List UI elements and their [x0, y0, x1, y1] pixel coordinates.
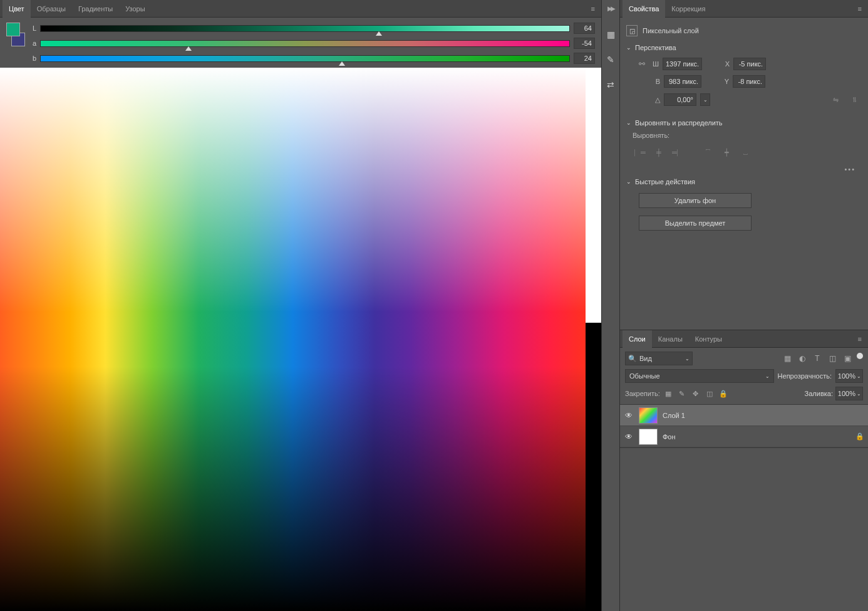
slider-a-track[interactable] [40, 40, 570, 47]
tab-gradients[interactable]: Градиенты [72, 0, 119, 18]
lock-move-icon[interactable]: ✥ [690, 388, 701, 399]
layer-list: 👁 Слой 1 👁 Фон 🔒 [620, 404, 868, 448]
tab-color[interactable]: Цвет [3, 0, 31, 18]
slider-b-value[interactable]: 24 [574, 53, 595, 64]
spectrum-black-chip[interactable] [586, 323, 601, 612]
layer-name[interactable]: Слой 1 [663, 412, 685, 419]
tab-correction[interactable]: Коррекция [665, 0, 711, 18]
x-field[interactable]: -5 пикс. [733, 58, 766, 70]
lock-artboard-icon[interactable]: ◫ [704, 388, 715, 399]
tab-paths[interactable]: Контуры [689, 330, 728, 348]
filter-adjust-icon[interactable]: ◐ [797, 353, 808, 364]
height-label: В [653, 78, 660, 85]
search-icon: 🔍 [628, 355, 637, 363]
lock-icon: 🔒 [855, 432, 864, 441]
expand-right-icon[interactable]: ▶▶ [607, 5, 614, 12]
color-spectrum[interactable] [0, 68, 601, 611]
slider-b-track[interactable] [40, 55, 570, 62]
align-hcenter-icon[interactable]: ╪ [651, 145, 666, 159]
flip-v-icon[interactable]: ⥮ [847, 93, 862, 107]
tab-layers[interactable]: Слои [623, 330, 652, 348]
properties-menu-icon[interactable]: ≡ [854, 5, 865, 13]
slider-b-label: b [30, 55, 36, 62]
remove-bg-button[interactable]: Удалить фон [639, 193, 752, 208]
tab-swatches[interactable]: Образцы [31, 0, 72, 18]
spectrum-white-chip[interactable] [586, 68, 601, 323]
layer-type-label: Пиксельный слой [643, 27, 699, 34]
blend-mode-combo[interactable]: Обычные⌄ [625, 369, 774, 383]
flip-h-icon[interactable]: ⇋ [828, 93, 843, 107]
layers-shortcut-icon[interactable]: ▦ [604, 28, 617, 41]
section-align[interactable]: ⌄ Выровнять и распределить [626, 117, 862, 129]
layers-menu-icon[interactable]: ≡ [854, 335, 865, 343]
layer-item[interactable]: 👁 Фон 🔒 [620, 426, 868, 447]
filter-toggle[interactable] [857, 353, 863, 359]
slider-b-thumb[interactable] [339, 61, 345, 66]
angle-dropdown[interactable]: ⌄ [700, 93, 710, 106]
color-panel-tabs: ◀◀ Цвет Образцы Градиенты Узоры ≡ [0, 0, 601, 18]
lock-label: Закрепить: [625, 390, 660, 397]
slider-L-value[interactable]: 64 [574, 23, 595, 34]
filter-shape-icon[interactable]: ◫ [827, 353, 838, 364]
visibility-toggle[interactable]: 👁 [624, 432, 634, 441]
link-icon[interactable]: ⚯ [639, 60, 645, 68]
select-subject-button[interactable]: Выделить предмет [639, 216, 752, 231]
color-sliders-section: L 64 a -54 b 24 [0, 18, 601, 68]
layer-type-icon: ◲ [626, 25, 638, 36]
lock-transparent-icon[interactable]: ▦ [663, 388, 674, 399]
layers-tabs: Слои Каналы Контуры ≡ [620, 330, 868, 348]
align-subtitle: Выровнять: [626, 132, 862, 139]
height-field[interactable]: 983 пикс. [664, 75, 701, 88]
align-bottom-icon[interactable]: ⎵ [738, 145, 753, 159]
tab-channels[interactable]: Каналы [652, 330, 689, 348]
more-options-icon[interactable]: ••• [626, 165, 862, 173]
slider-L-thumb[interactable] [376, 31, 382, 36]
x-label: X [722, 60, 730, 68]
slider-a-thumb[interactable] [185, 46, 192, 51]
section-quick-actions[interactable]: ⌄ Быстрые действия [626, 175, 862, 188]
width-field[interactable]: 1397 пикс. [663, 58, 702, 70]
chevron-down-icon: ⌄ [626, 179, 631, 185]
fill-label: Заливка: [805, 390, 833, 397]
brush-shortcut-icon[interactable]: ✎ [604, 53, 617, 66]
align-right-icon[interactable]: ═⎸ [670, 145, 685, 159]
opacity-label: Непрозрачность: [778, 372, 832, 380]
chevron-down-icon: ⌄ [626, 44, 631, 51]
tab-properties[interactable]: Свойства [623, 0, 665, 18]
filter-smart-icon[interactable]: ▣ [842, 353, 853, 364]
layer-thumbnail[interactable] [639, 429, 658, 445]
layer-filter-combo[interactable]: 🔍 Вид ⌄ [625, 352, 693, 365]
filter-type-icon[interactable]: T [812, 353, 823, 364]
visibility-toggle[interactable]: 👁 [624, 411, 634, 420]
layer-name[interactable]: Фон [663, 433, 676, 441]
align-left-icon[interactable]: ⎸═ [633, 145, 648, 159]
slider-L-track[interactable] [40, 25, 570, 32]
angle-label: △ [653, 96, 660, 104]
foreground-swatch[interactable] [6, 23, 20, 36]
lock-paint-icon[interactable]: ✎ [676, 388, 688, 399]
chevron-down-icon: ⌄ [626, 120, 631, 126]
lock-all-icon[interactable]: 🔒 [718, 388, 729, 399]
align-top-icon[interactable]: ⎴ [700, 145, 715, 159]
layer-item[interactable]: 👁 Слой 1 [620, 405, 868, 426]
opacity-field[interactable]: 100%⌄ [835, 369, 863, 383]
filter-pixel-icon[interactable]: ▦ [782, 353, 793, 364]
y-field[interactable]: -8 пикс. [733, 75, 765, 88]
align-vcenter-icon[interactable]: ┿ [719, 145, 734, 159]
adjust-shortcut-icon[interactable]: ⇄ [604, 78, 617, 91]
section-transform[interactable]: ⌄ Перспектива [626, 41, 862, 54]
angle-field[interactable]: 0,00° [664, 93, 696, 106]
slider-a-label: a [30, 39, 36, 47]
slider-L-label: L [30, 24, 36, 32]
layer-thumbnail[interactable] [639, 407, 658, 424]
fill-field[interactable]: 100%⌄ [835, 387, 863, 400]
slider-a-value[interactable]: -54 [574, 38, 595, 49]
width-label: Ш [651, 60, 659, 68]
collapsed-dock: ▶▶ ▦ ✎ ⇄ [601, 0, 620, 611]
panel-menu-icon[interactable]: ≡ [587, 5, 599, 13]
fg-bg-swatches[interactable] [6, 23, 25, 46]
tab-patterns[interactable]: Узоры [119, 0, 151, 18]
properties-tabs: ▶▶ Свойства Коррекция ≡ [620, 0, 868, 18]
y-label: Y [721, 78, 729, 85]
